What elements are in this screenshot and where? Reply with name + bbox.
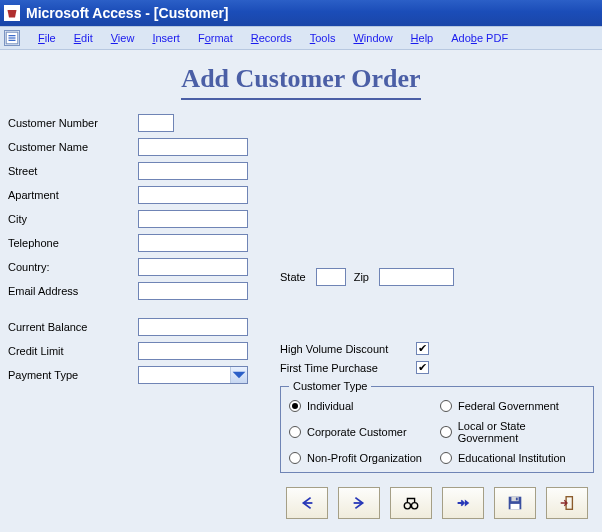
radio-label: Federal Government xyxy=(458,400,559,412)
right-column: State Zip High Volume Discount ✔ First T… xyxy=(280,162,594,532)
radio-individual[interactable]: Individual xyxy=(289,400,434,412)
menu-tools[interactable]: Tools xyxy=(308,30,338,46)
first-time-label: First Time Purchase xyxy=(280,362,410,374)
country-label: Country: xyxy=(8,261,138,273)
radio-local-state-government[interactable]: Local or State Government xyxy=(440,420,585,444)
next-record-button[interactable] xyxy=(338,487,380,519)
customer-number-field[interactable] xyxy=(138,114,174,132)
radio-icon xyxy=(440,400,452,412)
country-field[interactable] xyxy=(138,258,248,276)
radio-label: Non-Profit Organization xyxy=(307,452,422,464)
high-volume-checkbox[interactable]: ✔ xyxy=(416,342,429,355)
menu-window-letter: W xyxy=(353,32,363,44)
menu-insert[interactable]: Insert xyxy=(150,30,182,46)
radio-federal-government[interactable]: Federal Government xyxy=(440,400,585,412)
zip-label: Zip xyxy=(354,271,369,283)
customer-type-legend: Customer Type xyxy=(289,380,371,392)
radio-label: Local or State Government xyxy=(458,420,585,444)
current-balance-label: Current Balance xyxy=(8,321,138,333)
menu-view[interactable]: View xyxy=(109,30,137,46)
titlebar: Microsoft Access - [Customer] xyxy=(0,0,602,26)
menu-help[interactable]: Help xyxy=(409,30,436,46)
binoculars-icon xyxy=(402,494,420,512)
menubar: File Edit View Insert Format Records Too… xyxy=(0,26,602,50)
window-title: Microsoft Access - [Customer] xyxy=(26,5,229,21)
menu-edit-letter: E xyxy=(74,32,81,44)
current-balance-field[interactable] xyxy=(138,318,248,336)
page-title: Add Customer Order xyxy=(8,64,594,94)
radio-icon xyxy=(289,400,301,412)
menu-records-letter: R xyxy=(251,32,259,44)
radio-label: Corporate Customer xyxy=(307,426,407,438)
payment-type-label: Payment Type xyxy=(8,369,138,381)
heading-underline xyxy=(181,98,421,100)
street-field[interactable] xyxy=(138,162,248,180)
zip-field[interactable] xyxy=(379,268,454,286)
new-record-button[interactable] xyxy=(442,487,484,519)
svg-marker-8 xyxy=(465,499,470,506)
exit-door-icon xyxy=(558,494,576,512)
menu-format[interactable]: Format xyxy=(196,30,235,46)
svg-point-6 xyxy=(404,503,410,509)
radio-corporate-customer[interactable]: Corporate Customer xyxy=(289,420,434,444)
menu-adobe-pdf[interactable]: Adobe PDF xyxy=(449,30,510,46)
svg-point-7 xyxy=(411,503,417,509)
menu-file-letter: F xyxy=(38,32,45,44)
apartment-label: Apartment xyxy=(8,189,138,201)
form-area: Add Customer Order Customer Number Custo… xyxy=(0,50,602,398)
radio-label: Individual xyxy=(307,400,353,412)
arrow-right-icon xyxy=(350,494,368,512)
radio-educational[interactable]: Educational Institution xyxy=(440,452,585,464)
first-time-checkbox[interactable]: ✔ xyxy=(416,361,429,374)
customer-type-group: Customer Type Individual Federal Governm… xyxy=(280,380,594,473)
customer-name-field[interactable] xyxy=(138,138,248,156)
arrow-left-icon xyxy=(298,494,316,512)
credit-limit-label: Credit Limit xyxy=(8,345,138,357)
svg-rect-12 xyxy=(516,498,518,501)
save-button[interactable] xyxy=(494,487,536,519)
telephone-field[interactable] xyxy=(138,234,248,252)
telephone-label: Telephone xyxy=(8,237,138,249)
access-app-icon xyxy=(4,5,20,21)
city-field[interactable] xyxy=(138,210,248,228)
customer-number-label: Customer Number xyxy=(8,117,138,129)
menu-view-letter: V xyxy=(111,32,118,44)
street-label: Street xyxy=(8,165,138,177)
chevron-down-icon[interactable] xyxy=(230,367,247,383)
customer-name-label: Customer Name xyxy=(8,141,138,153)
apartment-field[interactable] xyxy=(138,186,248,204)
checkmark-icon: ✔ xyxy=(418,343,427,354)
close-button[interactable] xyxy=(546,487,588,519)
document-icon[interactable] xyxy=(4,30,20,46)
menu-file[interactable]: File xyxy=(36,30,58,46)
radio-icon xyxy=(440,426,452,438)
menu-help-letter: H xyxy=(411,32,419,44)
radio-non-profit[interactable]: Non-Profit Organization xyxy=(289,452,434,464)
high-volume-label: High Volume Discount xyxy=(280,343,410,355)
city-label: City xyxy=(8,213,138,225)
email-label: Email Address xyxy=(8,285,138,297)
state-label: State xyxy=(280,271,306,283)
menu-edit[interactable]: Edit xyxy=(72,30,95,46)
nav-row xyxy=(280,487,594,519)
svg-rect-11 xyxy=(511,504,520,509)
radio-icon xyxy=(289,452,301,464)
checkmark-icon: ✔ xyxy=(418,362,427,373)
state-field[interactable] xyxy=(316,268,346,286)
email-field[interactable] xyxy=(138,282,248,300)
payment-type-combo[interactable] xyxy=(138,366,248,384)
goto-new-icon xyxy=(454,494,472,512)
credit-limit-field[interactable] xyxy=(138,342,248,360)
menu-window[interactable]: Window xyxy=(351,30,394,46)
radio-icon xyxy=(289,426,301,438)
radio-label: Educational Institution xyxy=(458,452,566,464)
prev-record-button[interactable] xyxy=(286,487,328,519)
radio-icon xyxy=(440,452,452,464)
floppy-disk-icon xyxy=(506,494,524,512)
menu-records[interactable]: Records xyxy=(249,30,294,46)
payment-type-value xyxy=(139,367,230,383)
find-button[interactable] xyxy=(390,487,432,519)
